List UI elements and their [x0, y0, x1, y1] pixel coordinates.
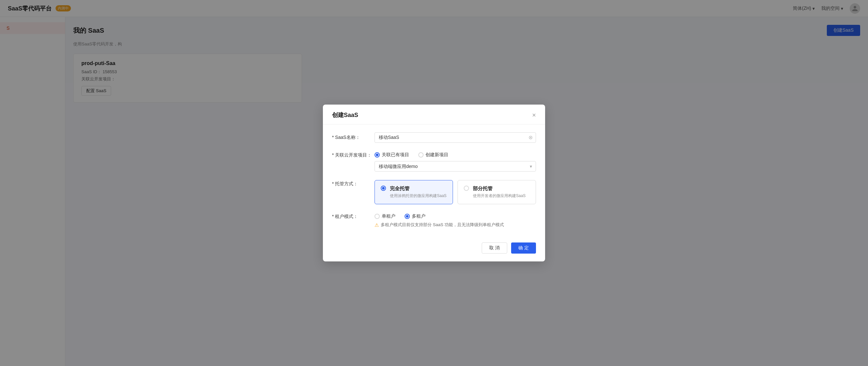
modal-header: 创建SaaS ×: [323, 104, 545, 124]
confirm-button[interactable]: 确 定: [511, 242, 536, 253]
tenant-mode-label: * 租户模式：: [332, 211, 374, 220]
modal-close-button[interactable]: ×: [532, 112, 536, 118]
modal-title: 创建SaaS: [332, 111, 358, 119]
tenant-mode-row: * 租户模式： 单租户 多租户 ⚠ 多租户模式目: [332, 211, 536, 228]
cancel-button[interactable]: 取 消: [482, 242, 507, 253]
hosting-partial-radio: [464, 186, 469, 191]
radio-multi-label: 多租户: [412, 213, 426, 219]
hosting-mode-row: * 托管方式： 完全托管 使用涂鸦托管的微应用构建SaaS: [332, 179, 536, 204]
warning-message: 多租户模式目前仅支持部分 SaaS 功能，且无法降级到单租户模式: [381, 222, 504, 228]
modal-overlay: 创建SaaS × * SaaS名称： ⊗ * 关联云开发项目：: [0, 0, 868, 366]
hosting-mode-control: 完全托管 使用涂鸦托管的微应用构建SaaS 部分托管 使用开发者的微应用构建Sa…: [374, 179, 536, 204]
saas-name-label: * SaaS名称：: [332, 132, 374, 141]
tenant-mode-control: 单租户 多租户 ⚠ 多租户模式目前仅支持部分 SaaS 功能，且无法降级到单租户…: [374, 211, 536, 228]
radio-new-circle: [418, 152, 424, 157]
hosting-full-title: 完全托管: [390, 186, 446, 192]
create-saas-modal: 创建SaaS × * SaaS名称： ⊗ * 关联云开发项目：: [323, 104, 545, 262]
hosting-card-full[interactable]: 完全托管 使用涂鸦托管的微应用构建SaaS: [374, 180, 453, 204]
tenant-radio-group: 单租户 多租户: [374, 211, 536, 219]
radio-multi-tenant[interactable]: 多租户: [405, 213, 426, 219]
cloud-project-radio-group: 关联已有项目 创建新项目: [374, 150, 536, 158]
hosting-full-radio: [381, 186, 386, 191]
saas-name-row: * SaaS名称： ⊗: [332, 132, 536, 143]
saas-name-input[interactable]: [374, 132, 536, 143]
project-select[interactable]: 移动端微应用demo: [374, 161, 536, 172]
hosting-partial-content: 部分托管 使用开发者的微应用构建SaaS: [473, 186, 526, 199]
saas-name-control: ⊗: [374, 132, 536, 143]
hosting-full-content: 完全托管 使用涂鸦托管的微应用构建SaaS: [390, 186, 446, 199]
hosting-partial-title: 部分托管: [473, 186, 526, 192]
input-clear-icon[interactable]: ⊗: [528, 135, 533, 140]
hosting-full-desc: 使用涂鸦托管的微应用构建SaaS: [390, 193, 446, 199]
cloud-project-control: 关联已有项目 创建新项目 移动端微应用demo: [374, 150, 536, 172]
tenant-warning: ⚠ 多租户模式目前仅支持部分 SaaS 功能，且无法降级到单租户模式: [374, 222, 536, 228]
radio-single-label: 单租户: [382, 213, 396, 219]
radio-single-tenant[interactable]: 单租户: [374, 213, 396, 219]
radio-existing-circle: [374, 152, 380, 157]
cloud-project-row: * 关联云开发项目： 关联已有项目 创建新项目: [332, 150, 536, 172]
radio-existing-label: 关联已有项目: [382, 152, 409, 158]
radio-multi-circle: [405, 214, 410, 219]
hosting-mode-label: * 托管方式：: [332, 179, 374, 187]
cloud-project-label: * 关联云开发项目：: [332, 150, 374, 158]
radio-new-project[interactable]: 创建新项目: [418, 152, 448, 158]
modal-body: * SaaS名称： ⊗ * 关联云开发项目： 关联已有项: [323, 124, 545, 237]
hosting-card-partial[interactable]: 部分托管 使用开发者的微应用构建SaaS: [458, 180, 536, 204]
saas-name-input-wrap: ⊗: [374, 132, 536, 143]
hosting-cards: 完全托管 使用涂鸦托管的微应用构建SaaS 部分托管 使用开发者的微应用构建Sa…: [374, 179, 536, 204]
modal-footer: 取 消 确 定: [323, 237, 545, 262]
hosting-partial-desc: 使用开发者的微应用构建SaaS: [473, 193, 526, 199]
radio-existing-project[interactable]: 关联已有项目: [374, 152, 409, 158]
radio-new-label: 创建新项目: [426, 152, 448, 158]
radio-single-circle: [374, 214, 380, 219]
warning-icon: ⚠: [374, 222, 379, 228]
project-select-wrap: 移动端微应用demo: [374, 161, 536, 172]
